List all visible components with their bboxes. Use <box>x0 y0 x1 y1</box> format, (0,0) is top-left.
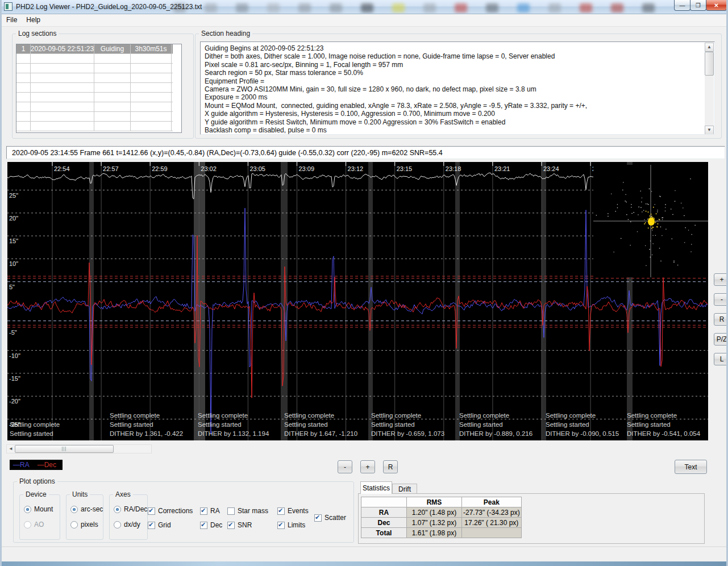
scatter-dot <box>684 215 684 216</box>
arcsec-tick-label: -20" <box>9 398 20 405</box>
graph-l-button[interactable]: L <box>714 353 728 365</box>
zoom-out-button[interactable]: - <box>338 460 352 473</box>
log-section-row[interactable] <box>16 122 173 131</box>
log-text-line: X guide algorithm = Hysteresis, Hysteres… <box>205 110 703 118</box>
cell <box>31 102 94 111</box>
scatter-dot <box>659 196 660 197</box>
cell <box>16 122 31 131</box>
cluster-dot <box>651 228 652 229</box>
radio-radec[interactable]: RA/Dec <box>114 505 147 513</box>
log-text-line: Search region = 50 px, Star mass toleran… <box>205 69 703 77</box>
checkbox-scatter[interactable]: Scatter <box>314 514 346 522</box>
log-section-row[interactable] <box>16 64 173 73</box>
scatter-dot <box>634 212 634 213</box>
close-button[interactable]: ✕ <box>706 0 727 11</box>
tab-statistics[interactable]: Statistics <box>360 481 392 494</box>
checkbox-snr[interactable]: SNR <box>227 521 252 529</box>
log-section-row[interactable] <box>16 54 173 64</box>
tab-drift[interactable]: Drift <box>392 484 417 494</box>
checkbox-grid[interactable]: Grid <box>148 521 171 529</box>
cell <box>94 83 131 92</box>
section-heading-text[interactable]: Guiding Begins at 2020-09-05 22:51:23Dit… <box>200 41 715 135</box>
scatter-dot <box>652 230 652 230</box>
graph-r-button[interactable]: R <box>714 313 728 326</box>
log-text-line: Guiding Begins at 2020-09-05 22:51:23 <box>205 44 703 52</box>
graph---button[interactable]: - <box>714 293 728 306</box>
zoom-reset-button[interactable]: R <box>383 460 398 473</box>
scatter-dot <box>690 251 691 252</box>
scroll-left-icon[interactable]: ◄ <box>7 445 15 453</box>
statistics-table: RMSPeakRA1.20" (1.48 px)-27.73" (-34.23 … <box>361 497 522 538</box>
scatter-dot <box>673 261 674 261</box>
bottom-separator <box>2 547 726 548</box>
horizontal-scrollbar[interactable]: ◄ <box>6 444 152 453</box>
maximize-button[interactable]: ❒ <box>690 0 706 11</box>
scatter-dot <box>608 213 608 214</box>
cluster-dot <box>648 218 650 219</box>
scatter-dot <box>690 178 690 179</box>
scatter-dot <box>623 182 623 182</box>
section-heading-label: Section heading <box>199 30 252 38</box>
text-button[interactable]: Text <box>675 460 707 474</box>
scatter-dot <box>644 219 644 220</box>
checkbox-limits[interactable]: Limits <box>277 521 305 529</box>
graph-+-button[interactable]: + <box>714 273 728 286</box>
guide-event-label: Settling started <box>10 430 53 437</box>
scatter-dot <box>646 203 646 204</box>
radio-pixels[interactable]: pixels <box>70 521 98 528</box>
radio-dxdy[interactable]: dx/dy <box>114 521 140 528</box>
guide-graph[interactable]: 22:5422:5722:5923:0223:0523:0923:1223:15… <box>7 162 708 440</box>
log-section-row[interactable] <box>16 93 173 102</box>
log-section-row[interactable]: 12020-09-05 22:51:23Guiding3h30m51s <box>16 44 173 54</box>
axes-group: AxesRA/Decdx/dy <box>109 494 148 540</box>
minimize-button[interactable]: — <box>674 0 690 11</box>
checkbox-corrections[interactable]: Corrections <box>148 507 193 515</box>
titlebar[interactable]: PHD2 Log Viewer - PHD2_GuideLog_2020-09-… <box>0 0 728 14</box>
cell <box>31 122 94 131</box>
cluster-dot <box>658 223 659 224</box>
log-section-row[interactable] <box>16 102 173 112</box>
taskbar-ghost-icon <box>642 3 655 13</box>
cluster-dot <box>652 217 653 218</box>
radio-label: Mount <box>34 505 53 513</box>
log-section-row[interactable] <box>16 73 173 83</box>
window-bottom-edge <box>0 561 728 566</box>
time-tick-label: 23:18 <box>446 165 461 172</box>
arcsec-tick-label: -10" <box>9 352 20 359</box>
taskbar-ghost-icon <box>423 3 436 13</box>
scatter-dot <box>658 220 658 221</box>
checkbox-ra[interactable]: RA <box>200 507 220 515</box>
scatter-dot <box>621 238 621 239</box>
log-section-row[interactable] <box>16 112 173 122</box>
taskbar-ghost-icon <box>298 3 311 13</box>
log-sections-table[interactable]: 12020-09-05 22:51:23Guiding3h30m51s <box>16 44 182 133</box>
taskbar-ghost-icon <box>267 3 280 13</box>
arcsec-tick-label: 15" <box>9 238 18 244</box>
graph-pz-button[interactable]: P/Z <box>714 333 728 346</box>
log-section-row[interactable] <box>16 83 173 93</box>
guide-event-label: Settling complete <box>371 412 421 419</box>
radio-ao[interactable]: AO <box>24 521 44 528</box>
scrollbar-thumb[interactable] <box>705 52 714 76</box>
stats-row: Total1.61" (1.98 px) <box>361 528 522 538</box>
zoom-in-button[interactable]: + <box>360 460 375 473</box>
hscrollbar-thumb[interactable] <box>15 445 114 453</box>
scroll-down-icon[interactable]: ▼ <box>705 126 714 135</box>
arcsec-tick-label: 25" <box>9 192 18 199</box>
checkbox-dec[interactable]: Dec <box>200 521 222 529</box>
radio-arcsec[interactable]: arc-sec <box>70 505 103 513</box>
cell <box>31 112 94 121</box>
scatter-dot <box>684 242 685 243</box>
scatter-dot <box>630 222 631 222</box>
radio-mount[interactable]: Mount <box>24 505 53 513</box>
cluster-dot <box>656 226 658 227</box>
menu-file[interactable]: File <box>2 14 22 26</box>
guide-event-label: DITHER by -0.659, 1.073 <box>371 430 444 437</box>
vertical-scrollbar[interactable]: ▲ ▼ <box>705 43 714 135</box>
stats-value: 1.07" (1.32 px) <box>407 518 462 528</box>
scroll-up-icon[interactable]: ▲ <box>705 43 714 52</box>
checkbox-events[interactable]: Events <box>277 507 309 515</box>
checkbox-star-mass[interactable]: Star mass <box>227 507 268 515</box>
cluster-dot <box>654 219 655 220</box>
menu-help[interactable]: Help <box>22 14 45 26</box>
